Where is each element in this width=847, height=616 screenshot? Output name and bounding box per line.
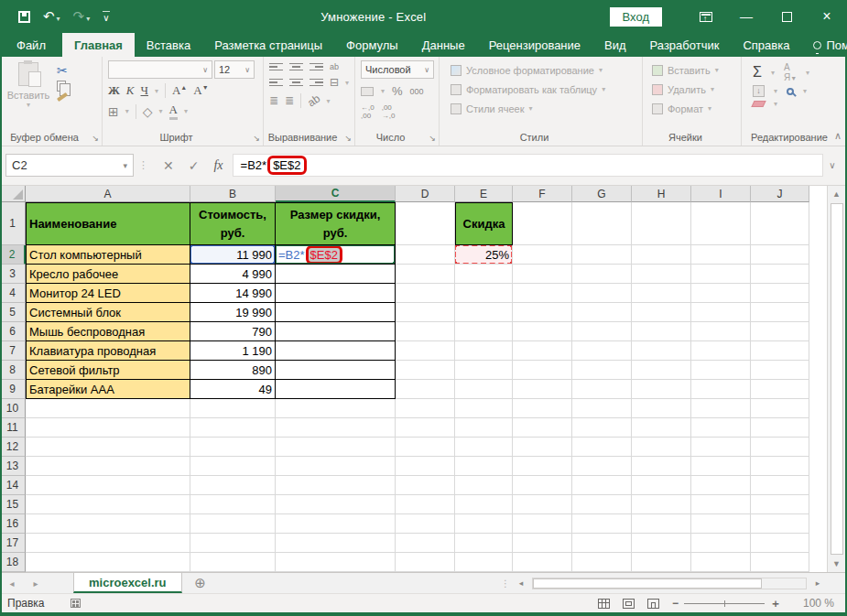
cell-C10[interactable] <box>276 399 396 418</box>
cell-C4[interactable] <box>276 284 396 303</box>
vertical-scroll-thumb[interactable] <box>831 203 843 555</box>
cell-G12[interactable] <box>572 438 632 457</box>
cell-J5[interactable] <box>751 303 809 322</box>
align-center-icon[interactable] <box>289 79 303 87</box>
cell-D14[interactable] <box>396 476 455 495</box>
page-break-view-icon[interactable] <box>647 599 659 609</box>
expand-formula-bar-icon[interactable]: ∨ <box>823 160 842 170</box>
row-header-10[interactable]: 10 <box>0 399 26 418</box>
align-top-icon[interactable] <box>269 63 283 71</box>
font-color-icon[interactable]: А <box>169 103 178 120</box>
collapse-ribbon-icon[interactable]: ∧ <box>834 130 842 142</box>
zoom-slider[interactable] <box>684 603 765 604</box>
cell-C18[interactable] <box>276 553 396 572</box>
percent-style-icon[interactable]: % <box>392 84 403 98</box>
cell-D11[interactable] <box>396 418 455 438</box>
cell-H8[interactable] <box>632 361 691 380</box>
row-header-17[interactable]: 17 <box>0 534 26 553</box>
cell-E2[interactable]: 25% <box>455 245 513 265</box>
cell-I9[interactable] <box>691 380 751 399</box>
cell-J12[interactable] <box>751 438 809 457</box>
cell-F3[interactable] <box>513 265 572 284</box>
select-all-corner[interactable] <box>0 186 26 202</box>
conditional-formatting-button[interactable]: Условное форматирование▾ <box>451 60 638 80</box>
cell-G5[interactable] <box>572 303 632 322</box>
cell-G9[interactable] <box>572 380 632 399</box>
cell-I3[interactable] <box>691 265 751 284</box>
cell-E9[interactable] <box>455 380 513 399</box>
cell-D5[interactable] <box>396 303 455 322</box>
column-header-H[interactable]: H <box>632 186 691 202</box>
column-header-I[interactable]: I <box>691 186 751 202</box>
cell-B6[interactable]: 790 <box>190 322 276 341</box>
cell-D2[interactable] <box>396 245 455 265</box>
cell-G15[interactable] <box>572 495 632 514</box>
wrap-text-icon[interactable]: ab <box>330 62 339 71</box>
cut-icon[interactable]: ✂ <box>57 64 68 77</box>
sheet-nav-left-icon[interactable]: ◂ <box>0 573 24 593</box>
tab-help[interactable]: Справка <box>731 33 801 57</box>
cell-F4[interactable] <box>513 284 572 303</box>
cell-C12[interactable] <box>276 438 396 457</box>
namebox-dropdown-icon[interactable]: ▾ <box>123 161 127 170</box>
cell-B12[interactable] <box>190 438 276 457</box>
cell-E14[interactable] <box>455 476 513 495</box>
confirm-entry-icon[interactable]: ✓ <box>189 158 200 173</box>
cell-I14[interactable] <box>691 476 751 495</box>
cell-A14[interactable] <box>26 476 190 495</box>
sign-in-button[interactable]: Вход <box>610 7 662 27</box>
cell-B10[interactable] <box>190 399 276 418</box>
cell-A4[interactable]: Монитор 24 LED <box>26 284 190 303</box>
format-painter-icon[interactable] <box>57 92 68 102</box>
decrease-decimal-icon[interactable]: ,00→,0 <box>382 103 396 120</box>
tab-data[interactable]: Данные <box>410 33 477 57</box>
cell-E5[interactable] <box>455 303 513 322</box>
cell-E16[interactable] <box>455 514 513 534</box>
cell-B11[interactable] <box>190 418 276 438</box>
cell-E11[interactable] <box>455 418 513 438</box>
cell-A5[interactable]: Системный блок <box>26 303 190 322</box>
cell-D16[interactable] <box>396 514 455 534</box>
tab-view[interactable]: Вид <box>592 33 638 57</box>
align-middle-icon[interactable] <box>289 63 303 71</box>
fill-icon[interactable]: ↓ <box>753 85 765 97</box>
cell-B13[interactable] <box>190 457 276 476</box>
cell-B3[interactable]: 4 990 <box>190 265 276 284</box>
comma-style-icon[interactable]: 000 <box>410 87 424 96</box>
tab-home[interactable]: Главная <box>62 33 135 57</box>
cell-J14[interactable] <box>751 476 809 495</box>
column-header-B[interactable]: B <box>190 186 276 202</box>
cell-F12[interactable] <box>513 438 572 457</box>
cell-D13[interactable] <box>396 457 455 476</box>
cell-J9[interactable] <box>751 380 809 399</box>
cell-E8[interactable] <box>455 361 513 380</box>
cell-B18[interactable] <box>190 553 276 572</box>
cell-C13[interactable] <box>276 457 396 476</box>
cell-H7[interactable] <box>632 341 691 361</box>
cell-D9[interactable] <box>396 380 455 399</box>
cell-D7[interactable] <box>396 341 455 361</box>
cancel-entry-icon[interactable]: ✕ <box>163 158 174 173</box>
cell-F1[interactable] <box>513 202 572 245</box>
close-icon[interactable]: × <box>807 0 847 33</box>
cell-F15[interactable] <box>513 495 572 514</box>
cell-G17[interactable] <box>572 534 632 553</box>
cell-F17[interactable] <box>513 534 572 553</box>
autosum-icon[interactable]: Σ <box>753 64 762 81</box>
row-header-18[interactable]: 18 <box>0 553 26 572</box>
formula-bar-divider[interactable]: ⋮ <box>138 159 149 171</box>
cell-J3[interactable] <box>751 265 809 284</box>
cell-C3[interactable] <box>276 265 396 284</box>
cell-F14[interactable] <box>513 476 572 495</box>
cell-B7[interactable]: 1 190 <box>190 341 276 361</box>
cell-D12[interactable] <box>396 438 455 457</box>
format-as-table-button[interactable]: Форматировать как таблицу▾ <box>451 80 638 99</box>
cell-E17[interactable] <box>455 534 513 553</box>
row-header-2[interactable]: 2 <box>0 245 26 265</box>
cell-J4[interactable] <box>751 284 809 303</box>
copy-icon[interactable] <box>57 81 66 92</box>
cell-H1[interactable] <box>632 202 691 245</box>
cell-D10[interactable] <box>396 399 455 418</box>
cell-A10[interactable] <box>26 399 190 418</box>
save-icon[interactable] <box>18 11 30 23</box>
